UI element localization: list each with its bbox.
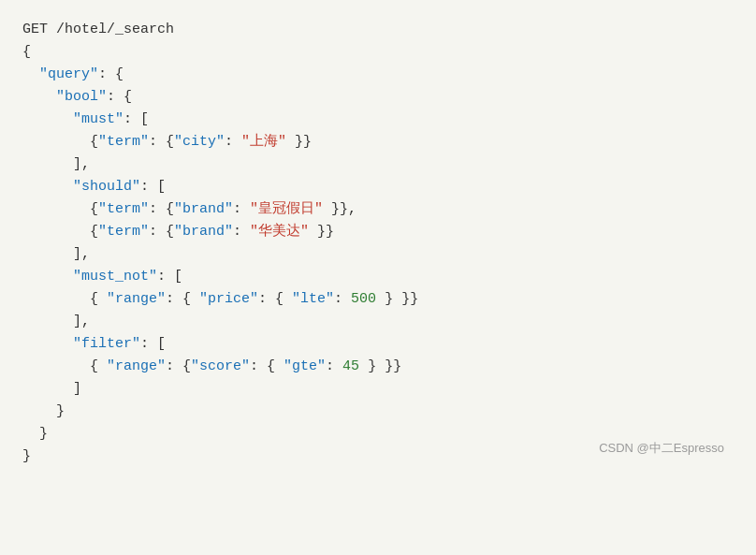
code-line: "must_not": [ (22, 266, 734, 288)
code-line: {"term": {"brand": "皇冠假日" }}, (22, 198, 734, 221)
code-line: } (22, 401, 734, 423)
code-line: { "range": {"score": { "gte": 45 } }} (22, 356, 734, 378)
code-line: GET /hotel/_search (22, 19, 734, 41)
watermark: CSDN @中二Espresso (599, 439, 724, 459)
code-line: {"term": {"brand": "华美达" }} (22, 221, 734, 243)
code-line: ], (22, 243, 734, 266)
code-line: {"term": {"city": "上海" }} (22, 131, 734, 153)
code-line: "query": { (22, 64, 734, 86)
code-line: { "range": { "price": { "lte": 500 } }} (22, 288, 734, 311)
code-container: GET /hotel/_search{ "query": { "bool": {… (22, 19, 734, 468)
code-line: ], (22, 311, 734, 333)
code-line: { (22, 41, 734, 64)
code-line: "bool": { (22, 86, 734, 109)
code-line: "filter": [ (22, 333, 734, 356)
code-line: "should": [ (22, 176, 734, 198)
code-line: ] (22, 378, 734, 401)
code-lines: GET /hotel/_search{ "query": { "bool": {… (22, 19, 734, 468)
code-line: "must": [ (22, 109, 734, 131)
code-line: ], (22, 153, 734, 176)
